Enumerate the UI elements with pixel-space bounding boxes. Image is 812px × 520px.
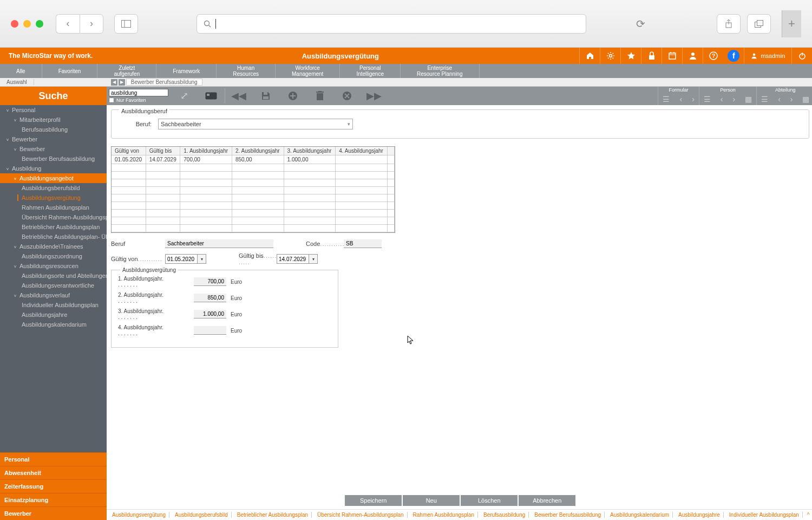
beruf-select[interactable]: Sachbearbeiter ▾ [158,119,353,129]
star-icon[interactable] [620,48,641,64]
person-icon[interactable] [682,48,703,64]
table-header[interactable]: 1. Ausbildungsjahr [180,147,232,155]
window-minimize-icon[interactable] [23,20,31,28]
expand-icon[interactable]: ⤢ [171,87,198,105]
table-header[interactable]: 4. Ausbildungsjahr [336,147,388,155]
grid-icon[interactable]: ▦ [802,95,809,103]
fav-only-checkbox[interactable]: Nur Favoriten [109,98,168,103]
table-row[interactable]: 01.05.202014.07.2029700,00850,001.000,00 [112,155,395,164]
next-icon[interactable]: › [732,95,735,103]
tree-item[interactable]: vBewerber [0,134,107,144]
tree-item[interactable]: vAusbildungsverlauf [0,290,107,300]
tree-item[interactable]: vPersonal [0,105,107,115]
tree-item[interactable]: vAuszubildende\Trainees [0,242,107,251]
footer-link[interactable]: Individueller Ausbildungsplan [726,512,803,518]
breadcrumb-next-icon[interactable]: ▶ [119,79,125,86]
back-button[interactable]: ‹ [56,14,80,34]
footer-link[interactable]: Ausbildungsjahre [675,512,724,518]
footer-link[interactable]: Berufsausbildung [480,512,529,518]
tree-item[interactable]: vBewerber [0,144,107,154]
tree-item[interactable]: Ausbildungsvergütung [0,193,107,203]
sidebar-bottom-item[interactable]: Abwesenheit [0,466,107,479]
table-header[interactable]: Gültig von [112,147,146,155]
home-icon[interactable] [579,48,600,64]
bis-dropdown-icon[interactable]: ▾ [309,255,317,263]
calendar-icon[interactable] [662,48,682,64]
tree-item[interactable]: Ausbildungsjahre [0,310,107,320]
list-icon[interactable]: ☰ [704,95,711,103]
tree-item[interactable]: Übersicht Rahmen-Ausbildungsplan [0,212,107,222]
search-input[interactable] [109,89,168,96]
footer-link[interactable]: Bewerber Berufsausbildung [531,512,605,518]
nav-item[interactable]: Framework [156,64,217,78]
next-icon[interactable]: › [692,95,695,103]
footer-link[interactable]: Übersicht Rahmen-Ausbildungsplan [314,512,408,518]
sidebar-bottom-item[interactable]: Personal [0,452,107,466]
von-dropdown-icon[interactable]: ▾ [197,255,206,263]
reload-icon[interactable]: ⟳ [636,17,645,30]
von-input[interactable] [166,255,197,263]
lock-icon[interactable] [641,48,662,64]
year-input[interactable] [194,277,226,286]
help-icon[interactable]: ? [703,48,723,64]
cancel-icon[interactable] [333,87,361,105]
footer-caret-icon[interactable]: ^ [805,512,812,518]
nav-item[interactable]: EnterpriseResource Planning [401,64,480,78]
prev-icon[interactable]: ‹ [721,95,723,103]
tree-item[interactable]: Ausbildungskalendarium [0,320,107,329]
sidebar-bottom-item[interactable]: Zeiterfassung [0,479,107,493]
nav-item[interactable]: HumanResources [217,64,276,78]
table-header[interactable]: Gültig bis [146,147,180,155]
next-icon[interactable]: › [790,95,793,103]
fav-checkbox-input[interactable] [109,98,114,103]
neu-button[interactable]: Neu [403,495,460,506]
nav-item[interactable]: WorkforceManagement [276,64,340,78]
löschen-button[interactable]: Löschen [461,495,518,506]
sidebar-bottom-item[interactable]: Bewerber [0,506,107,520]
table-header[interactable]: 2. Ausbildungsjahr [232,147,284,155]
share-icon[interactable] [717,14,741,34]
tree-item[interactable]: Rahmen Ausbildungsplan [0,203,107,212]
data-table[interactable]: Gültig vonGültig bis1. Ausbildungsjahr2.… [111,146,395,233]
rewind-icon[interactable]: ◀◀ [225,87,252,105]
fastforward-icon[interactable]: ▶▶ [361,87,388,105]
list-icon[interactable]: ☰ [663,95,670,103]
card-icon[interactable] [198,87,225,105]
tree-item[interactable]: Ausbildungsberufsbild [0,183,107,193]
list-icon[interactable]: ☰ [761,95,768,103]
breadcrumb-prev-icon[interactable]: ◀ [111,79,117,86]
prev-icon[interactable]: ‹ [679,95,682,103]
detail-code-input[interactable] [344,239,382,248]
nav-item[interactable]: Zuletztaufgerufen [97,64,156,78]
detail-beruf-input[interactable] [165,239,273,248]
bis-input[interactable] [277,255,309,263]
tree-item[interactable]: Ausbildungsverantwortliche [0,281,107,290]
new-tab-button[interactable]: + [782,10,801,37]
facebook-icon[interactable]: f [723,48,744,64]
gear-icon[interactable] [600,48,620,64]
tree-item[interactable]: Berufsausbildung [0,125,107,134]
tree-item[interactable]: vMitarbeiterprofil [0,115,107,125]
footer-link[interactable]: Ausbildungsvergütung [109,512,169,518]
footer-link[interactable]: Rahmen Ausbildungsplan [410,512,478,518]
year-input[interactable] [194,326,226,335]
nav-item[interactable]: PersonalIntelligence [340,64,401,78]
delete-icon[interactable] [306,87,333,105]
footer-link[interactable]: Ausbildungskalendarium [607,512,673,518]
sidebar-bottom-item[interactable]: Einsatzplanung [0,493,107,506]
grid-icon[interactable]: ▦ [745,95,752,103]
abbrechen-button[interactable]: Abbrechen [519,495,575,506]
tree-item[interactable]: Bewerber Berufsausbildung [0,154,107,164]
footer-link[interactable]: Betrieblicher Ausbildungsplan [234,512,312,518]
nav-item[interactable]: Favoriten [42,64,98,78]
tree-item[interactable]: Individueller Ausbildungsplan [0,300,107,310]
power-icon[interactable] [791,48,812,64]
tree-item[interactable]: Betrieblicher Ausbildungsplan [0,222,107,232]
breadcrumb-page[interactable]: Bewerber Berufsausbildung [126,79,202,86]
year-input[interactable] [194,310,226,318]
footer-link[interactable]: Ausbildungsberufsbild [172,512,232,518]
tree-item[interactable]: Ausbildungszuordnung [0,251,107,261]
prev-icon[interactable]: ‹ [778,95,781,103]
breadcrumb-auswahl[interactable]: Auswahl [0,79,34,85]
tree-item[interactable]: vAusbildungsangebot [0,173,107,183]
